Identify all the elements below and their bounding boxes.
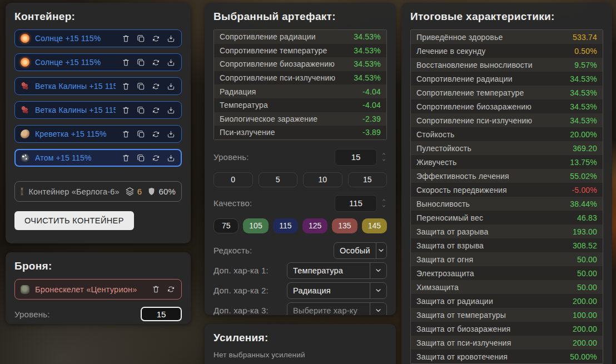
artifact-slot[interactable]: Ветка Калины +15 115% [14, 101, 182, 119]
quality-preset-button[interactable]: 135 [332, 218, 357, 233]
delete-icon[interactable] [121, 34, 131, 43]
stat-label: Переносимый вес [416, 213, 483, 222]
extra-stat-2-label: Доп. хар-ка 2: [213, 286, 269, 295]
save-icon[interactable] [166, 153, 176, 163]
stat-label: Сопротивление температуре [220, 46, 327, 55]
quality-preset-button[interactable]: 115 [273, 218, 298, 233]
copy-icon[interactable] [136, 153, 146, 163]
decrement-icon[interactable] [381, 158, 387, 162]
armor-level-input[interactable] [141, 307, 182, 321]
stat-label: Биологическое заражение [220, 114, 317, 123]
level-input[interactable] [335, 149, 377, 166]
copy-icon[interactable] [136, 82, 146, 91]
rarity-select[interactable]: Особый [334, 242, 387, 259]
artifact-slot-list: Солнце +15 115% Солнце +15 115% Ветка Ка… [14, 29, 182, 167]
artifact-slot[interactable]: Ветка Калины +15 115% [14, 77, 182, 95]
stat-value: 55.02% [570, 172, 597, 181]
level-preset-button[interactable]: 15 [348, 172, 388, 187]
increment-icon[interactable] [381, 152, 387, 156]
copy-icon[interactable] [136, 58, 146, 67]
reroll-icon[interactable] [151, 34, 161, 43]
stat-value: 34.53% [354, 59, 381, 68]
container-protection: 60% [158, 187, 176, 196]
extra-stat-3-select[interactable]: Выберите хар-ку [287, 302, 387, 315]
delete-icon[interactable] [121, 82, 131, 91]
stat-value: 308.52 [573, 241, 597, 250]
save-icon[interactable] [166, 34, 176, 43]
quality-preset-button[interactable]: 75 [213, 218, 239, 233]
stat-value: 34.53% [354, 32, 381, 41]
delete-icon[interactable] [151, 285, 161, 294]
stat-value: 193.00 [573, 227, 597, 236]
quality-input[interactable] [335, 195, 377, 212]
artifact-slot[interactable]: Солнце +15 115% [14, 29, 182, 47]
shrimp-artifact-icon [21, 129, 29, 138]
sun-artifact-icon [21, 34, 29, 43]
level-preset-button[interactable]: 0 [213, 172, 253, 187]
artifact-slot[interactable]: Солнце +15 115% [14, 53, 182, 71]
container-info[interactable]: Контейнер «Берлога-6» 6 60% [14, 181, 182, 202]
stat-value: 50.00 [577, 269, 597, 278]
stat-label: Сопротивление радиации [416, 74, 513, 83]
save-icon[interactable] [166, 106, 176, 115]
quality-preset-button[interactable]: 125 [302, 218, 327, 233]
stat-row: Переносимый вес46.83 [411, 211, 603, 225]
quality-preset-button[interactable]: 105 [243, 218, 268, 233]
save-icon[interactable] [166, 58, 176, 67]
stat-row: Защита от взрыва308.52 [411, 238, 603, 252]
boosts-title: Усиления: [213, 332, 387, 344]
delete-icon[interactable] [121, 129, 131, 139]
stat-label: Сопротивление биозаражению [416, 102, 531, 111]
artifact-slot-selected[interactable]: Атом +15 115% [14, 149, 182, 167]
extra-stat-2-select[interactable]: Радиация [287, 282, 387, 299]
stat-label: Защита от биозаражения [416, 325, 510, 333]
armor-panel: Броня: Бронескелет «Центурион» Уровень: [6, 252, 191, 324]
stat-value: -5.00% [572, 186, 597, 195]
totals-panel: Итоговые характеристики: Приведённое здо… [401, 3, 612, 364]
stat-value: 369.20 [573, 144, 597, 153]
delete-icon[interactable] [121, 153, 131, 163]
chevron-down-icon [374, 306, 382, 315]
delete-icon[interactable] [121, 58, 131, 67]
copy-icon[interactable] [136, 129, 146, 139]
delete-icon[interactable] [121, 106, 131, 115]
stat-row: Сопротивление биозаражению34.53% [411, 99, 603, 113]
reroll-icon[interactable] [151, 58, 161, 67]
stat-label: Выносливость [416, 200, 470, 208]
stat-value: 200.00 [573, 325, 597, 333]
stat-row: Сопротивление радиации34.53% [411, 72, 603, 86]
save-icon[interactable] [166, 129, 176, 139]
stat-row: Биологическое заражение-2.39 [214, 112, 386, 126]
shield-icon [147, 187, 156, 196]
reroll-icon[interactable] [151, 153, 161, 163]
clear-container-button[interactable]: ОЧИСТИТЬ КОНТЕЙНЕР [14, 211, 134, 230]
stat-row: Скорость передвижения-5.00% [411, 183, 603, 197]
increment-icon[interactable] [381, 198, 387, 202]
reroll-icon[interactable] [151, 82, 161, 91]
copy-icon[interactable] [136, 106, 146, 115]
stat-row: Защита от разрыва193.00 [411, 225, 603, 238]
stat-value: 0.50% [574, 47, 597, 56]
reroll-icon[interactable] [151, 106, 161, 115]
level-preset-button[interactable]: 5 [259, 172, 298, 187]
reroll-icon[interactable] [166, 285, 176, 294]
stat-value: 533.74 [573, 33, 597, 42]
stat-label: Защита от температуры [416, 311, 506, 320]
quality-preset-button[interactable]: 145 [362, 218, 387, 233]
level-preset-button[interactable]: 10 [303, 172, 342, 187]
stat-row: Защита от кровотечения50.00% [411, 350, 603, 363]
container-capacity: 6 [137, 187, 142, 196]
artifact-slot-label: Ветка Калины +15 115% [35, 82, 116, 91]
save-icon[interactable] [166, 82, 176, 91]
extra-stat-1-select[interactable]: Температура [287, 262, 387, 279]
stat-label: Приведённое здоровье [416, 33, 503, 42]
rarity-value: Особый [334, 246, 376, 255]
reroll-icon[interactable] [151, 129, 161, 139]
stat-label: Радиация [220, 87, 256, 96]
copy-icon[interactable] [136, 34, 146, 43]
artifact-slot[interactable]: Креветка +15 115% [14, 125, 182, 143]
decrement-icon[interactable] [381, 204, 387, 208]
stat-label: Защита от радиации [416, 297, 493, 306]
stat-row: Стойкость20.00% [411, 127, 603, 141]
armor-slot[interactable]: Бронескелет «Центурион» [14, 279, 182, 300]
